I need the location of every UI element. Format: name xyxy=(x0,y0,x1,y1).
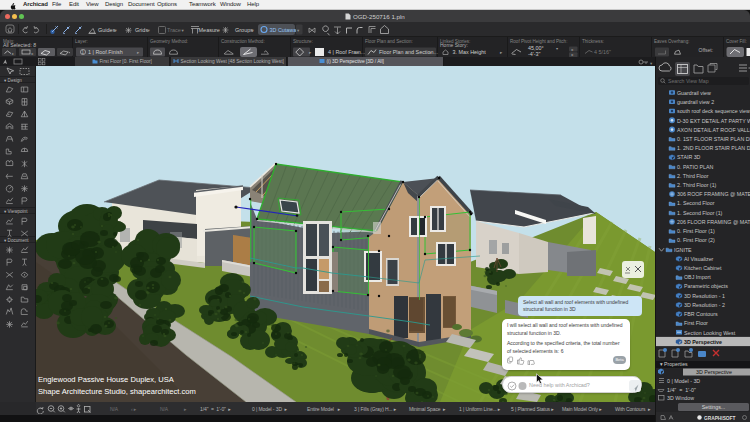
svg-text:▸: ▸ xyxy=(572,47,574,52)
svg-text:▸: ▸ xyxy=(500,50,503,55)
svg-text:Trace: Trace xyxy=(167,27,181,33)
svg-text:Section Looking West: Section Looking West xyxy=(684,330,736,336)
svg-text:Parametric objects: Parametric objects xyxy=(684,283,728,289)
svg-text:0. 1ST FLOOR STAIR PLAN DETAIL: 0. 1ST FLOOR STAIR PLAN DETAIL xyxy=(677,136,750,142)
svg-text:1/4" = 1'-0": 1/4" = 1'-0" xyxy=(667,387,696,393)
svg-text:4 5/16": 4 5/16" xyxy=(594,49,611,55)
svg-text:Measure: Measure xyxy=(199,27,220,33)
svg-text:Shape Architecture Studio, sha: Shape Architecture Studio, shapearchitec… xyxy=(38,387,196,396)
svg-text:▾: ▾ xyxy=(148,28,151,33)
svg-text:3D Resolution - 2: 3D Resolution - 2 xyxy=(684,302,725,308)
svg-text:3D Window: 3D Window xyxy=(667,395,694,401)
svg-text:▾: ▾ xyxy=(252,28,255,33)
svg-text:Offset:: Offset: xyxy=(699,47,714,53)
svg-text:Guides: Guides xyxy=(98,27,116,33)
svg-text:IGNITE: IGNITE xyxy=(674,247,692,253)
svg-text:Englewood Passive House Duplex: Englewood Passive House Duplex, USA xyxy=(38,375,175,384)
svg-text:▸: ▸ xyxy=(32,51,34,56)
svg-text:206 FLOOR FRAMING @ MATE LINE: 206 FLOOR FRAMING @ MATE LINE xyxy=(677,219,750,225)
svg-text:GRAPHISOFT: GRAPHISOFT xyxy=(704,415,736,420)
svg-text:Grids: Grids xyxy=(135,27,148,33)
svg-text:▾: ▾ xyxy=(556,46,559,51)
svg-text:▸: ▸ xyxy=(309,50,312,55)
svg-text:All Selected: 8: All Selected: 8 xyxy=(3,42,36,48)
svg-text:3D Resolution - 1: 3D Resolution - 1 xyxy=(684,293,725,299)
svg-text:1. Second Floor (1): 1. Second Floor (1) xyxy=(677,210,723,216)
svg-text:3. Max Height: 3. Max Height xyxy=(453,49,487,55)
svg-text:▾: ▾ xyxy=(650,61,653,66)
svg-text:1 | Roof.Finish: 1 | Roof.Finish xyxy=(88,49,123,55)
svg-text:AI Visualizer: AI Visualizer xyxy=(684,256,714,262)
svg-text:First Floor: First Floor xyxy=(684,320,708,326)
svg-text:2. Third Floor (1): 2. Third Floor (1) xyxy=(677,182,717,188)
svg-text:0 | Model - 3D: 0 | Model - 3D xyxy=(667,378,700,384)
svg-text:1. Second Floor: 1. Second Floor xyxy=(677,200,715,206)
svg-text:▾: ▾ xyxy=(115,28,118,33)
svg-text:▸: ▸ xyxy=(12,51,14,56)
svg-text:0. PATIO PLAN: 0. PATIO PLAN xyxy=(677,164,713,170)
svg-text:Kitchen Cabinet: Kitchen Cabinet xyxy=(684,265,722,271)
svg-text:▾: ▾ xyxy=(182,28,185,33)
svg-text:OBJ Import: OBJ Import xyxy=(684,274,711,280)
svg-text:Guardrail view: Guardrail view xyxy=(677,90,711,96)
svg-text:1. 2ND FLOOR STAIR PLAN DETAIL: 1. 2ND FLOOR STAIR PLAN DETAIL xyxy=(677,145,750,151)
svg-text:306 ROOF FRAMING @ MATE LINE: 306 ROOF FRAMING @ MATE LINE xyxy=(677,191,750,197)
svg-text:3D Cutaway: 3D Cutaway xyxy=(270,27,300,33)
svg-text:Home Story:: Home Story: xyxy=(440,42,468,48)
svg-text:AXON DETAIL AT ROOF VALLEY EAS: AXON DETAIL AT ROOF VALLEY EAS xyxy=(677,127,750,133)
svg-text:2. Third Floor: 2. Third Floor xyxy=(677,173,709,179)
svg-text:D-30 EXT DETAIL AT PARTY WALL: D-30 EXT DETAIL AT PARTY WALL EA xyxy=(677,118,750,124)
svg-text:south roof deck sequence view: south roof deck sequence view xyxy=(677,108,750,114)
svg-text:0. First Floor (2): 0. First Floor (2) xyxy=(677,237,715,243)
svg-text:STAIR 3D: STAIR 3D xyxy=(677,154,701,160)
svg-text:45,00°: 45,00° xyxy=(528,45,544,51)
svg-text:4 | Roof Fram...: 4 | Roof Fram... xyxy=(328,49,365,55)
svg-text:0. First Floor (1): 0. First Floor (1) xyxy=(677,228,715,234)
svg-text:3D Perspective: 3D Perspective xyxy=(684,339,722,345)
svg-text:FBR Contours: FBR Contours xyxy=(684,311,718,317)
svg-text:guardrail view 2: guardrail view 2 xyxy=(677,99,714,105)
svg-text:3D Perspective: 3D Perspective xyxy=(696,369,732,375)
